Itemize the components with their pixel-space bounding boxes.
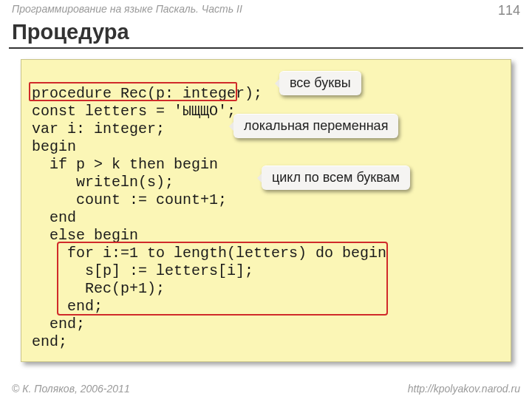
code-line: end; xyxy=(32,333,67,350)
callout-label: локальная переменная xyxy=(244,118,388,133)
title-divider xyxy=(9,47,523,49)
code-line: end xyxy=(32,209,76,226)
callout-label: все буквы xyxy=(290,75,351,90)
code-line: const letters = 'ЫЩЩО'; xyxy=(32,103,236,120)
course-title: Программирование на языке Паскаль. Часть… xyxy=(12,3,242,18)
code-line: count := count+1; xyxy=(32,191,227,208)
code-block: procedure Rec(p: integer); const letters… xyxy=(21,59,511,362)
code-content: procedure Rec(p: integer); const letters… xyxy=(32,67,500,351)
code-line: end; xyxy=(32,316,85,332)
callout-local-variable: локальная переменная xyxy=(233,114,398,138)
callout-all-letters: все буквы xyxy=(279,71,361,95)
code-line: procedure Rec(p: integer); xyxy=(32,85,262,102)
code-line: end; xyxy=(32,298,103,315)
page-title: Процедура xyxy=(0,18,532,47)
callout-label: цикл по всем буквам xyxy=(272,170,400,185)
callout-loop-all-letters: цикл по всем буквам xyxy=(262,166,410,190)
code-line: else begin xyxy=(32,227,138,244)
code-line: s[p] := letters[i]; xyxy=(32,262,253,279)
code-line: writeln(s); xyxy=(32,174,174,191)
code-line: for i:=1 to length(letters) do begin xyxy=(32,245,386,262)
copyright-text: © К. Поляков, 2006-2011 xyxy=(12,383,130,395)
code-line: begin xyxy=(32,138,76,155)
code-line: if p > k then begin xyxy=(32,156,218,173)
page-number: 114 xyxy=(498,3,520,18)
slide-header: Программирование на языке Паскаль. Часть… xyxy=(0,0,532,18)
code-line: Rec(p+1); xyxy=(32,280,165,297)
code-line: var i: integer; xyxy=(32,120,165,137)
slide-footer: © К. Поляков, 2006-2011 http://kpolyakov… xyxy=(12,383,520,395)
footer-url: http://kpolyakov.narod.ru xyxy=(408,383,520,395)
